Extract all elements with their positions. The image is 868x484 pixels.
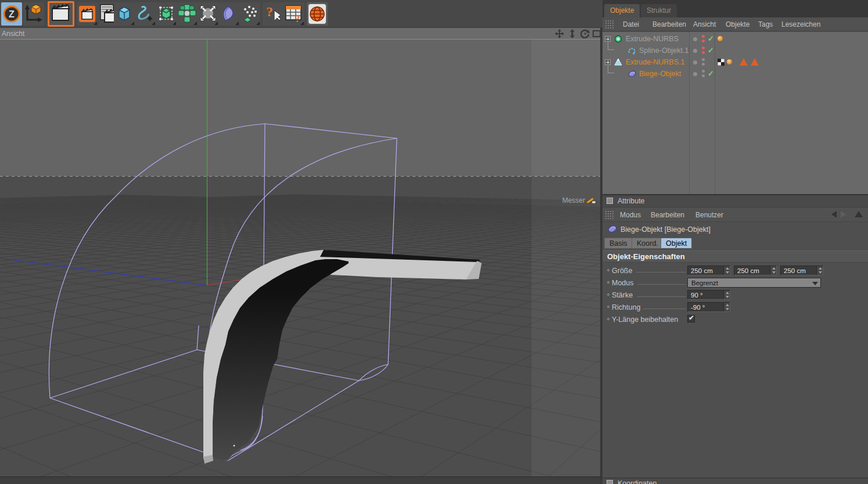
xpresso-button[interactable] xyxy=(198,2,218,26)
tab-basis[interactable]: Basis xyxy=(604,238,633,249)
tab-objekt[interactable]: Objekt xyxy=(661,238,692,249)
spline-object-icon xyxy=(627,46,637,55)
tab-koord[interactable]: Koord. xyxy=(632,238,663,249)
render-visibility-dot[interactable] xyxy=(702,63,705,66)
main-toolbar: Z xyxy=(0,0,602,28)
add-particles-button[interactable] xyxy=(239,2,260,26)
tree-row-spline-objekt[interactable]: Spline-Objekt.1 ✓ xyxy=(602,45,868,56)
y-laenge-checkbox[interactable]: ✔ xyxy=(687,315,695,322)
display-tag[interactable] xyxy=(718,59,724,66)
menu-tags[interactable]: Tags xyxy=(758,20,773,28)
render-visibility-dot[interactable] xyxy=(702,40,705,42)
tree-row-extrude-nurbs[interactable]: Extrude-NURBS ✓ xyxy=(602,33,868,45)
editor-visibility-dot[interactable] xyxy=(702,58,705,61)
tab-objekte[interactable]: Objekte xyxy=(604,4,640,17)
object-manager-menubar: Datei Bearbeiten Ansicht Objekte Tags Le… xyxy=(602,17,868,31)
menu-benutzer[interactable]: Benutzer xyxy=(695,211,723,219)
spinner[interactable] xyxy=(770,266,776,275)
add-array-button[interactable] xyxy=(177,2,198,26)
section-header[interactable]: Objekt-Eigenschaften xyxy=(602,250,868,263)
zoom-view-icon[interactable] xyxy=(568,29,577,38)
move-tool-button[interactable] xyxy=(23,2,44,26)
menu-lesezeichen[interactable]: Lesezeichen xyxy=(781,20,820,28)
menu-grip[interactable] xyxy=(605,20,614,28)
material-tag[interactable] xyxy=(727,59,732,64)
svg-text:?: ? xyxy=(266,4,273,19)
richtung-field[interactable]: -90 ° xyxy=(687,302,730,312)
nav-back-icon[interactable] xyxy=(831,211,837,218)
spinner[interactable] xyxy=(816,266,823,275)
render-active-doc-button[interactable] xyxy=(77,2,98,26)
bend-deformer-icon xyxy=(607,224,618,234)
enabled-check[interactable]: ✓ xyxy=(708,69,714,78)
add-spline-button[interactable] xyxy=(135,2,156,26)
tree-row-biege-objekt[interactable]: Biege-Objekt ✓ xyxy=(602,68,868,80)
groesse-x-field[interactable]: 250 cm xyxy=(687,266,730,275)
object-manager-tabbar: Objekte Struktur xyxy=(602,0,868,17)
layer-dot[interactable] xyxy=(693,49,697,53)
layer-dot[interactable] xyxy=(693,72,697,76)
tab-struktur[interactable]: Struktur xyxy=(641,4,677,17)
menu-objekte[interactable]: Objekte xyxy=(726,20,749,28)
groesse-y-field[interactable]: 250 cm xyxy=(734,266,777,275)
editor-visibility-dot[interactable] xyxy=(702,35,705,38)
staerke-field[interactable]: 90 ° xyxy=(687,290,730,300)
dropdown-arrow-icon xyxy=(812,282,818,285)
menu-ansicht[interactable]: Ansicht xyxy=(693,20,716,28)
attribute-manager: Attribute Modus Bearbeiten Benutzer Bieg… xyxy=(602,194,868,476)
svg-text:Z: Z xyxy=(9,9,15,19)
spinner[interactable] xyxy=(723,266,730,275)
menu-grip[interactable] xyxy=(605,210,614,219)
nav-forward-icon[interactable] xyxy=(841,211,846,218)
online-help-button[interactable] xyxy=(307,2,328,26)
viewport-scene xyxy=(0,40,600,476)
nav-up-icon[interactable] xyxy=(855,211,863,217)
param-modus: Modus Begrenzt xyxy=(602,277,868,289)
menu-bearbeiten[interactable]: Bearbeiten xyxy=(652,20,686,28)
enabled-check[interactable]: ✓ xyxy=(708,46,714,55)
menu-datei[interactable]: Datei xyxy=(623,20,639,28)
move-axis-cube-icon xyxy=(23,2,44,26)
spinner[interactable] xyxy=(723,291,730,299)
spinner[interactable] xyxy=(723,303,730,311)
material-tag[interactable] xyxy=(718,36,723,41)
modus-dropdown[interactable]: Begrenzt xyxy=(687,278,821,288)
attribute-menubar: Modus Bearbeiten Benutzer xyxy=(602,208,868,222)
object-tree: Extrude-NURBS ✓ Spline-Objekt.1 ✓ xyxy=(602,32,868,194)
groesse-z-field[interactable]: 250 cm xyxy=(780,266,823,275)
add-cube-button[interactable] xyxy=(114,2,135,26)
pan-view-icon[interactable] xyxy=(555,29,564,38)
editor-visibility-dot[interactable] xyxy=(702,70,705,73)
add-deformer-button[interactable] xyxy=(218,2,239,26)
panel-icon xyxy=(607,480,613,484)
warning-triangle-tag[interactable] xyxy=(751,58,759,66)
render-view-button[interactable] xyxy=(48,1,74,27)
content-browser-button[interactable]: ? xyxy=(284,2,304,26)
bottom-strip xyxy=(0,476,602,484)
layer-dot[interactable] xyxy=(693,60,697,64)
viewport-header: Ansicht xyxy=(0,28,602,40)
editor-visibility-dot[interactable] xyxy=(702,46,705,49)
expander-icon[interactable] xyxy=(605,36,611,42)
koordinaten-bar[interactable]: Koordinaten xyxy=(602,478,868,484)
globe-icon xyxy=(307,2,328,26)
add-generator-button[interactable] xyxy=(156,2,177,26)
warning-triangle-tag[interactable] xyxy=(740,58,748,66)
panel-icon xyxy=(607,198,613,204)
extrude-nurbs-selected-icon xyxy=(614,58,623,67)
layer-dot[interactable] xyxy=(693,37,697,41)
menu-bearbeiten[interactable]: Bearbeiten xyxy=(651,211,684,219)
viewport-title: Ansicht xyxy=(2,30,24,38)
viewport-3d[interactable]: Messer xyxy=(0,40,600,476)
expander-icon[interactable] xyxy=(605,59,611,65)
help-button[interactable]: ? xyxy=(263,2,284,26)
rotate-view-icon[interactable] xyxy=(580,29,590,38)
render-visibility-dot[interactable] xyxy=(702,74,705,77)
enabled-check[interactable]: ✓ xyxy=(708,34,714,43)
render-visibility-dot[interactable] xyxy=(702,51,705,54)
tree-row-extrude-nurbs-1[interactable]: Extrude-NURBS.1 xyxy=(602,56,868,68)
z-logo-button[interactable]: Z xyxy=(1,2,22,26)
menu-modus[interactable]: Modus xyxy=(620,211,641,219)
right-panel: Objekte Struktur Datei Bearbeiten Ansich… xyxy=(602,0,868,484)
param-richtung: Richtung -90 ° xyxy=(602,302,868,313)
